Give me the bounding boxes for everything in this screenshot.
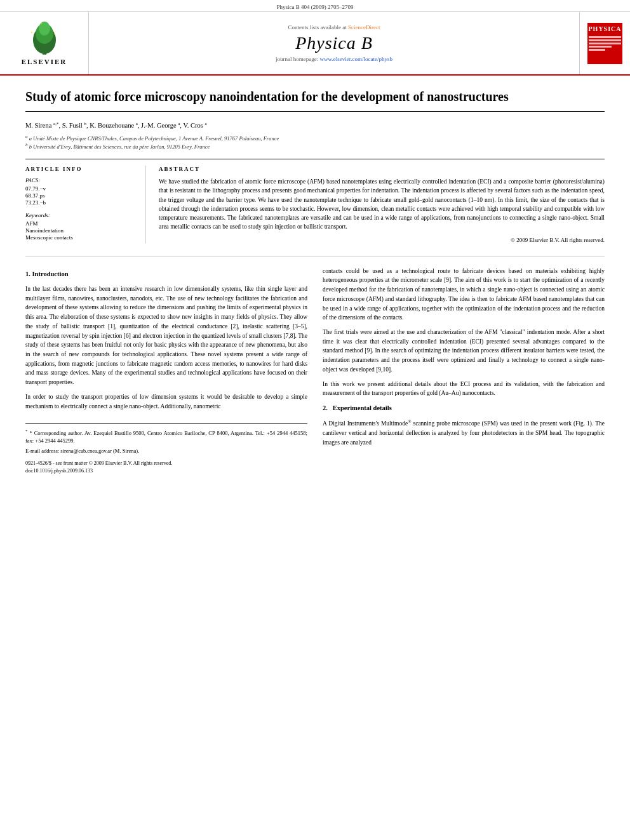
footnote-area: * * Corresponding author. Av. Ezequiel B… (25, 423, 307, 474)
article-info-column: ARTICLE INFO PACS: 07.79.−v 68.37.ps 73.… (25, 166, 146, 243)
section-1-heading: 1. Introduction (25, 269, 307, 279)
journal-citation-bar: Physica B 404 (2009) 2705–2709 (0, 0, 630, 12)
body-columns: 1. Introduction In the last decades ther… (25, 267, 605, 475)
footnote-1: * * Corresponding author. Av. Ezequiel B… (25, 428, 307, 444)
intro-paragraph-1: In the last decades there has been an in… (25, 284, 307, 387)
journal-title: Physica B (295, 33, 373, 53)
copyright-line: © 2009 Elsevier B.V. All rights reserved… (159, 237, 605, 243)
section-2-heading: 2. Experimental details (323, 403, 605, 413)
footnote-2: E-mail address: sirena@cab.cnea.gov.ar (… (25, 447, 307, 455)
pacs-label: PACS: (25, 177, 137, 183)
physica-badge-area: PHYSICA (579, 12, 630, 74)
keyword-3: Mesoscopic contacts (25, 234, 137, 241)
authors-text: M. Sirena a,*, S. Fusil b, K. Bouzehouan… (25, 122, 206, 129)
pacs-item-3: 73.23.−b (25, 199, 137, 206)
journal-header: ✦ ✦ ✦ ELSEVIER Contents lists available … (0, 12, 630, 76)
sciencedirect-link[interactable]: ScienceDirect (348, 24, 380, 30)
affiliation-b: b b Université d'Evry, Bâtiment des Scie… (25, 142, 605, 150)
article-info-title: ARTICLE INFO (25, 166, 137, 172)
abstract-title: ABSTRACT (159, 166, 605, 172)
keyword-1: AFM (25, 220, 137, 227)
authors-line: M. Sirena a,*, S. Fusil b, K. Bouzehouan… (25, 121, 605, 129)
analyzed-word: analyzed (350, 439, 372, 446)
experimental-paragraph-1: A Digital Instruments's Multimode® scann… (323, 418, 605, 447)
elsevier-wordmark: ELSEVIER (22, 58, 67, 65)
homepage-link[interactable]: www.elsevier.com/locate/physb (320, 56, 392, 62)
issn-line: 0921-4526/$ - see front matter © 2009 El… (25, 460, 307, 474)
abstract-column: ABSTRACT We have studied the fabrication… (159, 166, 605, 243)
affiliations: a a Unité Mixte de Physique CNRS/Thales,… (25, 134, 605, 150)
section-divider (25, 256, 605, 257)
elsevier-tree-logo: ✦ ✦ ✦ (25, 21, 64, 56)
keywords-label: Keywords: (25, 212, 137, 218)
info-abstract-section: ARTICLE INFO PACS: 07.79.−v 68.37.ps 73.… (25, 159, 605, 243)
physica-badge-title: PHYSICA (589, 25, 622, 32)
article-title: Study of atomic force microscopy nanoind… (25, 88, 605, 112)
keyword-2: Nanoindentation (25, 227, 137, 234)
abstract-text: We have studied the fabrication of atomi… (159, 177, 605, 232)
svg-text:✦: ✦ (53, 32, 56, 36)
pacs-item-2: 68.37.ps (25, 192, 137, 199)
article-content: Study of atomic force microscopy nanoind… (0, 76, 630, 487)
right-paragraph-1: contacts could be used as a technologica… (323, 267, 605, 323)
svg-text:✦: ✦ (30, 31, 33, 34)
pacs-item-1: 07.79.−v (25, 185, 137, 192)
intro-paragraph-2: In order to study the transport properti… (25, 392, 307, 411)
body-right-column: contacts could be used as a technologica… (323, 267, 605, 475)
homepage-line: journal homepage: www.elsevier.com/locat… (276, 56, 392, 62)
sciencedirect-line: Contents lists available at ScienceDirec… (288, 24, 380, 30)
right-paragraph-2: The first trials were aimed at the use a… (323, 328, 605, 375)
affiliation-a: a a Unité Mixte de Physique CNRS/Thales,… (25, 134, 605, 142)
citation-text: Physica B 404 (2009) 2705–2709 (277, 4, 354, 10)
right-paragraph-3: In this work we present additional detai… (323, 380, 605, 398)
physica-badge: PHYSICA (587, 23, 622, 64)
body-left-column: 1. Introduction In the last decades ther… (25, 267, 307, 475)
physica-badge-lines (589, 35, 621, 52)
elsevier-logo-area: ✦ ✦ ✦ ELSEVIER (0, 12, 89, 74)
journal-center-header: Contents lists available at ScienceDirec… (89, 12, 579, 74)
